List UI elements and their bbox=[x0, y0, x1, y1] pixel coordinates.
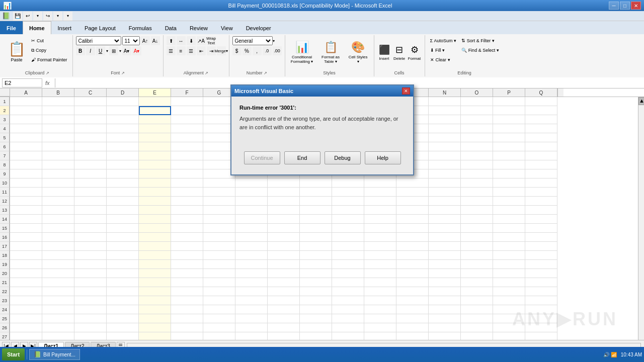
cell-row13-col0[interactable] bbox=[10, 206, 42, 215]
cell-row15-col13[interactable] bbox=[429, 224, 461, 233]
cell-row20-col6[interactable] bbox=[203, 269, 235, 278]
cell-row24-col15[interactable] bbox=[493, 305, 525, 314]
cell-row27-col2[interactable] bbox=[74, 332, 107, 340]
col-header-C[interactable]: C bbox=[74, 88, 107, 97]
cell-row22-col16[interactable] bbox=[525, 287, 557, 296]
cell-row11-col7[interactable] bbox=[235, 188, 268, 197]
cell-row14-col0[interactable] bbox=[10, 215, 42, 224]
cell-row17-col7[interactable] bbox=[235, 242, 268, 251]
align-top-button[interactable]: ⬆ bbox=[167, 36, 176, 45]
cell-row14-col6[interactable] bbox=[203, 215, 235, 224]
start-button[interactable]: Start bbox=[2, 348, 25, 360]
col-header-B[interactable]: B bbox=[42, 88, 74, 97]
tab-formulas[interactable]: Formulas bbox=[122, 21, 158, 34]
tab-review[interactable]: Review bbox=[183, 21, 214, 34]
cell-row6-col16[interactable] bbox=[525, 142, 557, 151]
cell-row22-col8[interactable] bbox=[268, 287, 300, 296]
cell-row13-col7[interactable] bbox=[235, 206, 268, 215]
decrease-decimal-button[interactable]: .0 bbox=[263, 46, 272, 55]
cut-button[interactable]: ✂ Cut bbox=[29, 36, 69, 45]
cell-D1[interactable] bbox=[107, 97, 139, 106]
cell-row14-col11[interactable] bbox=[364, 215, 396, 224]
cell-row12-col8[interactable] bbox=[268, 197, 300, 206]
number-format-arrow[interactable]: ▾ bbox=[273, 36, 275, 45]
close-button[interactable]: ✕ bbox=[631, 2, 641, 10]
cell-row22-col9[interactable] bbox=[300, 287, 332, 296]
cell-row3-col4[interactable] bbox=[139, 115, 171, 124]
cell-row25-col10[interactable] bbox=[332, 314, 364, 323]
cell-C2[interactable] bbox=[74, 106, 107, 115]
currency-button[interactable]: $ bbox=[232, 46, 242, 55]
cell-row10-col0[interactable] bbox=[10, 178, 42, 188]
cell-N1[interactable] bbox=[429, 97, 461, 106]
cell-row27-col3[interactable] bbox=[107, 332, 139, 340]
cell-row19-col8[interactable] bbox=[268, 260, 300, 269]
cell-row15-col16[interactable] bbox=[525, 224, 557, 233]
cell-row21-col16[interactable] bbox=[525, 278, 557, 287]
cell-row23-col12[interactable] bbox=[396, 296, 429, 305]
cell-row25-col13[interactable] bbox=[429, 314, 461, 323]
cell-row26-col3[interactable] bbox=[107, 323, 139, 332]
cell-row13-col8[interactable] bbox=[268, 206, 300, 215]
cell-row24-col13[interactable] bbox=[429, 305, 461, 314]
cell-row19-col13[interactable] bbox=[429, 260, 461, 269]
cell-row4-col13[interactable] bbox=[429, 124, 461, 133]
cell-row15-col1[interactable] bbox=[42, 224, 74, 233]
cell-row22-col10[interactable] bbox=[332, 287, 364, 296]
cell-Q1[interactable] bbox=[525, 97, 557, 106]
cell-row17-col6[interactable] bbox=[203, 242, 235, 251]
cell-row18-col4[interactable] bbox=[139, 251, 171, 260]
tab-file[interactable]: File bbox=[0, 21, 23, 34]
cell-row12-col16[interactable] bbox=[525, 197, 557, 206]
cell-row11-col11[interactable] bbox=[364, 188, 396, 197]
bold-button[interactable]: B bbox=[76, 46, 85, 55]
cell-row20-col12[interactable] bbox=[396, 269, 429, 278]
cell-row26-col13[interactable] bbox=[429, 323, 461, 332]
cell-row13-col9[interactable] bbox=[300, 206, 332, 215]
clear-button[interactable]: ✕ Clear ▾ bbox=[428, 55, 459, 64]
cell-row25-col11[interactable] bbox=[364, 314, 396, 323]
cell-row20-col3[interactable] bbox=[107, 269, 139, 278]
cell-row20-col16[interactable] bbox=[525, 269, 557, 278]
cell-row4-col16[interactable] bbox=[525, 124, 557, 133]
cell-row14-col4[interactable] bbox=[139, 215, 171, 224]
cell-row12-col2[interactable] bbox=[74, 197, 107, 206]
cell-row25-col5[interactable] bbox=[171, 314, 203, 323]
cell-F1[interactable] bbox=[171, 97, 203, 106]
cell-row18-col6[interactable] bbox=[203, 251, 235, 260]
cell-row26-col16[interactable] bbox=[525, 323, 557, 332]
cell-row22-col3[interactable] bbox=[107, 287, 139, 296]
cell-row23-col1[interactable] bbox=[42, 296, 74, 305]
cell-row5-col0[interactable] bbox=[10, 133, 42, 142]
font-size-select[interactable]: 11 bbox=[122, 36, 140, 45]
cell-row11-col16[interactable] bbox=[525, 188, 557, 197]
cell-row18-col0[interactable] bbox=[10, 251, 42, 260]
redo-arrow[interactable]: ▾ bbox=[53, 12, 62, 21]
cell-row6-col14[interactable] bbox=[461, 142, 493, 151]
cell-row9-col0[interactable] bbox=[10, 169, 42, 178]
cell-row18-col13[interactable] bbox=[429, 251, 461, 260]
minimize-button[interactable]: ─ bbox=[609, 2, 619, 10]
cell-row17-col12[interactable] bbox=[396, 242, 429, 251]
cell-row7-col16[interactable] bbox=[525, 151, 557, 160]
cell-row13-col12[interactable] bbox=[396, 206, 429, 215]
cell-row14-col5[interactable] bbox=[171, 215, 203, 224]
cell-row20-col5[interactable] bbox=[171, 269, 203, 278]
cell-row13-col6[interactable] bbox=[203, 206, 235, 215]
cell-row26-col9[interactable] bbox=[300, 323, 332, 332]
cell-row14-col15[interactable] bbox=[493, 215, 525, 224]
cell-row10-col5[interactable] bbox=[171, 178, 203, 188]
cell-row27-col8[interactable] bbox=[268, 332, 300, 340]
cell-row10-col6[interactable] bbox=[203, 178, 235, 188]
cell-row5-col13[interactable] bbox=[429, 133, 461, 142]
cell-row13-col14[interactable] bbox=[461, 206, 493, 215]
cell-row10-col1[interactable] bbox=[42, 178, 74, 188]
cell-row24-col2[interactable] bbox=[74, 305, 107, 314]
delete-cells-button[interactable]: ⊟ Delete bbox=[392, 36, 407, 66]
cell-row10-col4[interactable] bbox=[139, 178, 171, 188]
cell-row20-col7[interactable] bbox=[235, 269, 268, 278]
cell-row10-col2[interactable] bbox=[74, 178, 107, 188]
cell-D2[interactable] bbox=[107, 106, 139, 115]
cell-row14-col12[interactable] bbox=[396, 215, 429, 224]
orient-button[interactable]: ↗A bbox=[197, 36, 206, 45]
